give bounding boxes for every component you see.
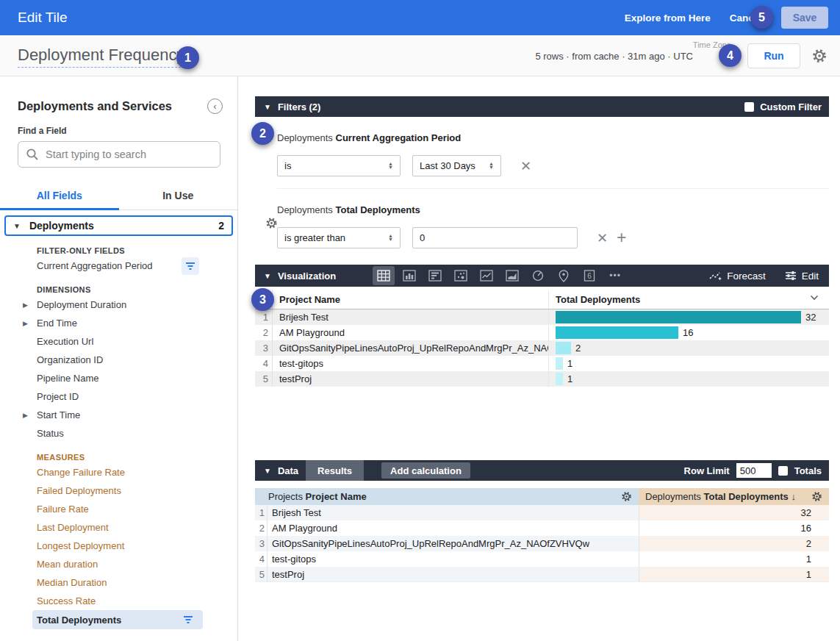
sidebar-item-organization-id[interactable]: Organization ID — [0, 351, 237, 369]
column-header-total-deployments[interactable]: Deployments Total Deployments ↓ — [639, 488, 829, 505]
chevron-down-icon: ▼ — [13, 222, 21, 230]
table-row[interactable]: 1Brijesh Test 32 — [255, 505, 829, 520]
sidebar-item-last-deployment[interactable]: Last Deployment — [0, 518, 237, 537]
sidebar-item-end-time[interactable]: ▶End Time — [0, 314, 237, 332]
filter-value-input[interactable] — [412, 227, 578, 248]
gear-icon[interactable] — [265, 216, 279, 230]
window-title: Edit Tile — [18, 10, 68, 26]
sidebar-item-execution-url[interactable]: Execution Url — [0, 332, 237, 351]
remove-filter-icon[interactable]: ✕ — [597, 230, 608, 246]
filter-row-aggregation-period: Deployments Current Aggregation Period i… — [255, 132, 829, 189]
table-row[interactable]: 1 Brijesh Test 32 — [255, 309, 829, 325]
deployments-group-row[interactable]: ▼ Deployments 2 — [4, 215, 233, 236]
sidebar-title: Deployments and Services — [18, 99, 172, 113]
data-section-title: Data — [278, 465, 298, 476]
forecast-icon — [709, 271, 722, 281]
viz-col-total-deployments[interactable]: Total Deployments — [549, 290, 829, 309]
table-viz-icon[interactable] — [373, 266, 395, 285]
totals-checkbox[interactable] — [778, 466, 788, 476]
tab-results[interactable]: Results — [306, 460, 364, 481]
sidebar-item-success-rate[interactable]: Success Rate — [0, 592, 237, 610]
filter-list-icon[interactable] — [182, 257, 199, 275]
gear-icon[interactable] — [620, 490, 633, 503]
filter-list-icon[interactable] — [179, 611, 197, 629]
column-header-project-name[interactable]: Projects Project Name — [255, 488, 639, 505]
annotation-badge-1: 1 — [176, 46, 199, 69]
sidebar-tabs: All Fields In Use — [0, 185, 237, 210]
search-input[interactable] — [46, 148, 200, 160]
table-row[interactable]: 4 test-gitops 1 — [255, 356, 829, 371]
edit-viz-button[interactable]: Edit — [785, 271, 819, 282]
chevron-down-icon[interactable] — [810, 295, 819, 301]
value-bar — [556, 311, 801, 323]
page-title[interactable]: Deployment Frequency — [18, 46, 184, 68]
collapse-sidebar-icon[interactable]: ‹ — [207, 99, 223, 114]
add-filter-icon[interactable]: + — [617, 228, 626, 248]
line-chart-viz-icon[interactable] — [475, 266, 498, 285]
area-chart-viz-icon[interactable] — [501, 266, 523, 285]
sidebar-item-longest-deployment[interactable]: Longest Deployment — [0, 537, 237, 555]
expand-icon[interactable]: ▶ — [23, 301, 28, 309]
expand-icon[interactable]: ▶ — [23, 320, 28, 327]
sidebar-item-change-failure-rate[interactable]: Change Failure Rate — [0, 463, 237, 481]
save-button[interactable]: Save — [781, 7, 828, 29]
field-search-box[interactable] — [18, 141, 220, 168]
table-row[interactable]: 2AM Playground 16 — [255, 520, 829, 536]
filter-operator-select[interactable]: is ▲▼ — [277, 155, 401, 176]
explore-header: Deployment Frequency 5 rows · from cache… — [0, 35, 840, 76]
tab-in-use[interactable]: In Use — [119, 185, 238, 210]
map-pin-viz-icon[interactable] — [553, 266, 575, 285]
column-chart-viz-icon[interactable] — [398, 266, 420, 285]
sidebar-item-current-aggregation-period[interactable]: Current Aggregation Period — [0, 257, 237, 275]
sidebar-item-project-id[interactable]: Project ID — [0, 387, 237, 406]
viz-table: Project Name Total Deployments 1 Brijesh… — [255, 290, 829, 387]
table-row[interactable]: 5testProj 1 — [255, 567, 829, 582]
table-row[interactable]: 3GitOpsSanityPipeLinesAutoProj_UpRelRepo… — [255, 536, 829, 551]
filter-value-select[interactable]: Last 30 Days ▲▼ — [412, 155, 501, 176]
table-row[interactable]: 5 testProj 1 — [255, 371, 829, 387]
sidebar-item-failed-deployments[interactable]: Failed Deployments — [0, 481, 237, 500]
table-row[interactable]: 4test-gitops 1 — [255, 551, 829, 567]
tab-all-fields[interactable]: All Fields — [0, 185, 119, 210]
sidebar-item-deployment-duration[interactable]: ▶Deployment Duration — [0, 296, 237, 314]
sidebar-item-start-time[interactable]: ▶Start Time — [0, 406, 237, 424]
table-row[interactable]: 2 AM Playground 16 — [255, 325, 829, 340]
run-button[interactable]: Run — [747, 43, 800, 68]
table-row[interactable]: 3 GitOpsSanityPipeLinesAutoProj_UpRelRep… — [255, 340, 829, 356]
add-calculation-button[interactable]: Add calculation — [381, 462, 470, 479]
sidebar-item-pipeline-name[interactable]: Pipeline Name — [0, 369, 237, 387]
custom-filter-checkbox[interactable] — [744, 102, 754, 112]
sidebar-item-mean-duration[interactable]: Mean duration — [0, 555, 237, 573]
sidebar-item-total-deployments[interactable]: Total Deployments — [32, 610, 203, 629]
explore-from-here-link[interactable]: Explore from Here — [625, 12, 711, 24]
select-arrows-icon: ▲▼ — [388, 234, 393, 241]
viz-col-project-name[interactable]: Project Name — [273, 290, 549, 309]
sidebar-item-failure-rate[interactable]: Failure Rate — [0, 500, 237, 518]
data-section-bar[interactable]: ▼ Data Results Add calculation Row Limit… — [255, 460, 829, 481]
sidebar-item-median-duration[interactable]: Median Duration — [0, 573, 237, 592]
annotation-badge-5: 5 — [750, 6, 773, 29]
visualization-section-bar[interactable]: ▼ Visualization — [255, 265, 829, 287]
pie-chart-viz-icon[interactable] — [527, 266, 549, 285]
chevron-down-icon[interactable]: ▼ — [264, 103, 271, 111]
more-viz-types-icon[interactable]: ••• — [604, 266, 626, 285]
row-chart-viz-icon[interactable] — [424, 266, 446, 285]
forecast-button[interactable]: Forecast — [709, 271, 766, 282]
gear-icon[interactable] — [811, 47, 828, 65]
sidebar-item-status[interactable]: Status — [0, 424, 237, 443]
viz-type-switcher: 6 ••• — [373, 266, 626, 285]
annotation-badge-3: 3 — [251, 288, 274, 311]
remove-filter-icon[interactable]: ✕ — [520, 158, 531, 174]
filters-section-title: Filters (2) — [278, 101, 321, 112]
single-value-viz-icon[interactable]: 6 — [578, 266, 600, 285]
filter-operator-select[interactable]: is greater than ▲▼ — [277, 227, 401, 248]
row-limit-input[interactable] — [736, 463, 772, 478]
expand-icon[interactable]: ▶ — [23, 412, 28, 419]
filter-field-label: Deployments Total Deployments — [277, 204, 829, 215]
scatter-plot-viz-icon[interactable] — [450, 266, 472, 285]
filters-section-bar[interactable]: ▼ Filters (2) Custom Filter — [255, 96, 829, 117]
chevron-down-icon[interactable]: ▼ — [264, 272, 271, 280]
gear-icon[interactable] — [811, 490, 823, 503]
chevron-down-icon[interactable]: ▼ — [264, 467, 271, 475]
active-tab-underline — [0, 208, 119, 210]
